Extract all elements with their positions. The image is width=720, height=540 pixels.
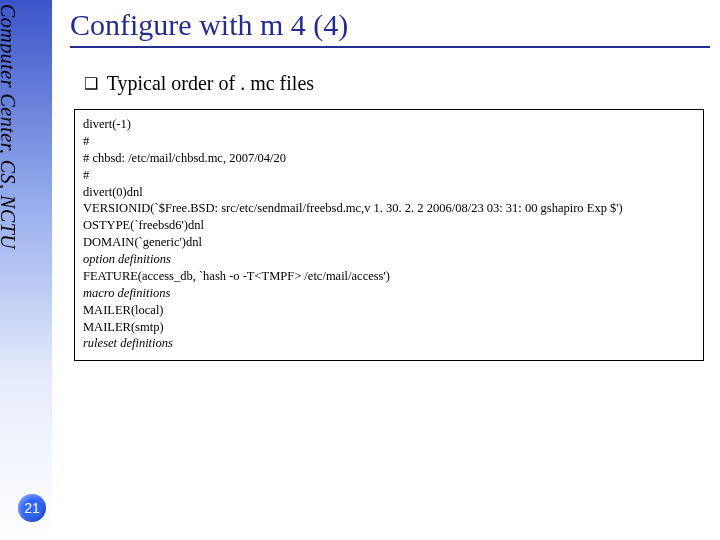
- page-number-badge: 21: [18, 494, 46, 522]
- code-line: macro definitions: [83, 285, 695, 302]
- code-line: MAILER(smtp): [83, 319, 695, 336]
- sidebar-gradient: Computer Center, CS, NCTU: [0, 0, 52, 540]
- sidebar-label: Computer Center, CS, NCTU: [0, 4, 19, 249]
- code-box: divert(-1)## chbsd: /etc/mail/chbsd.mc, …: [74, 109, 704, 361]
- code-line: ruleset definitions: [83, 335, 695, 352]
- bullet-text: Typical order of . mc files: [107, 72, 314, 94]
- code-line: FEATURE(access_db, `hash -o -T<TMPF> /et…: [83, 268, 695, 285]
- code-line: VERSIONID(`$Free.BSD: src/etc/sendmail/f…: [83, 200, 695, 217]
- code-line: DOMAIN(`generic')dnl: [83, 234, 695, 251]
- bullet-line: ❑ Typical order of . mc files: [84, 72, 714, 95]
- code-line: divert(0)dnl: [83, 184, 695, 201]
- slide-content: Configure with m 4 (4) ❑ Typical order o…: [70, 0, 720, 361]
- code-line: option definitions: [83, 251, 695, 268]
- slide-title: Configure with m 4 (4): [70, 8, 714, 42]
- title-underline: [70, 46, 710, 48]
- bullet-mark-icon: ❑: [84, 74, 98, 93]
- code-line: divert(-1): [83, 116, 695, 133]
- code-line: MAILER(local): [83, 302, 695, 319]
- code-line: OSTYPE(`freebsd6')dnl: [83, 217, 695, 234]
- code-line: # chbsd: /etc/mail/chbsd.mc, 2007/04/20: [83, 150, 695, 167]
- code-line: #: [83, 133, 695, 150]
- code-line: #: [83, 167, 695, 184]
